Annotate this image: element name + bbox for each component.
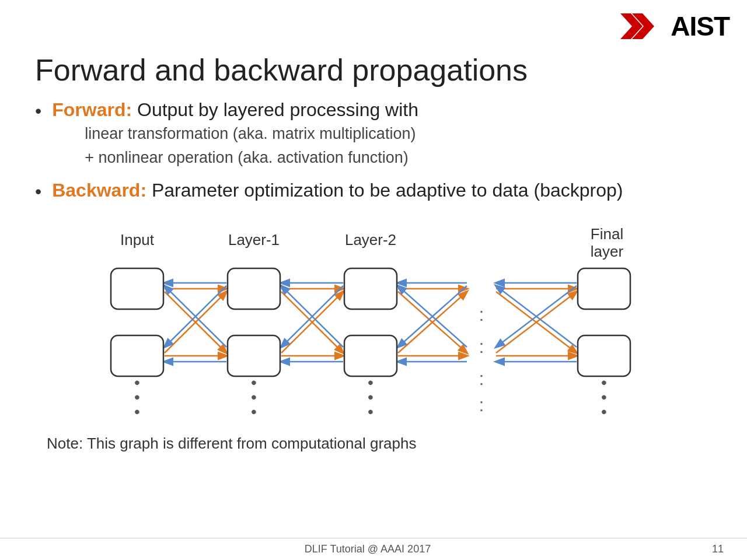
footer-center: DLIF Tutorial @ AAAI 2017 [305,543,431,555]
node-layer2-top [344,268,397,309]
node-final-top [578,268,630,309]
svg-text:•: • [601,402,607,421]
label-final-line2: layer [591,243,624,260]
svg-text:•: • [251,402,257,421]
note-text: Note: This graph is different from compu… [47,435,712,453]
forward-subline-1: linear transformation (aka. matrix multi… [85,122,418,146]
slide-content: Forward and backward propagations • Forw… [0,0,747,453]
bullet-dot-forward: • [35,100,41,122]
node-final-bottom [578,335,630,376]
forward-keyword: Forward: [52,99,132,120]
label-layer2: Layer-2 [345,231,396,249]
slide-title: Forward and backward propagations [35,52,712,88]
svg-text:•: • [368,402,374,421]
diagram-svg: Input Layer-1 Layer-2 Final layer : : : … [47,213,689,429]
logo-text: AIST [671,10,729,42]
node-layer2-bottom [344,335,397,376]
svg-text::: : [479,394,484,415]
bullet-dot-backward: • [35,181,41,202]
node-input-top [111,268,163,309]
logo: AIST [620,10,729,42]
svg-text::: : [479,336,484,357]
label-input: Input [120,231,155,249]
forward-subline-2: + nonlinear operation (aka. activation f… [85,146,418,170]
node-input-bottom [111,335,163,376]
footer-page: 11 [712,543,724,555]
footer-bar: DLIF Tutorial @ AAAI 2017 11 [0,538,747,560]
diagram-area: Input Layer-1 Layer-2 Final layer : : : … [47,213,712,429]
backward-keyword: Backward: [52,180,146,201]
bullet-list: • Forward: Output by layered processing … [35,99,712,202]
node-layer1-top [228,268,280,309]
forward-subtext: linear transformation (aka. matrix multi… [85,122,418,169]
bullet-item-backward: • Backward: Parameter optimization to be… [35,180,712,202]
svg-text::: : [479,368,484,389]
backward-text: Parameter optimization to be adaptive to… [146,180,623,201]
svg-text:•: • [134,402,140,421]
node-layer1-bottom [228,335,280,376]
bullet-item-forward: • Forward: Output by layered processing … [35,99,712,169]
svg-text::: : [479,304,484,325]
label-layer1: Layer-1 [228,231,280,249]
label-final-line1: Final [591,225,623,243]
forward-text: Output by layered processing with [132,99,418,120]
